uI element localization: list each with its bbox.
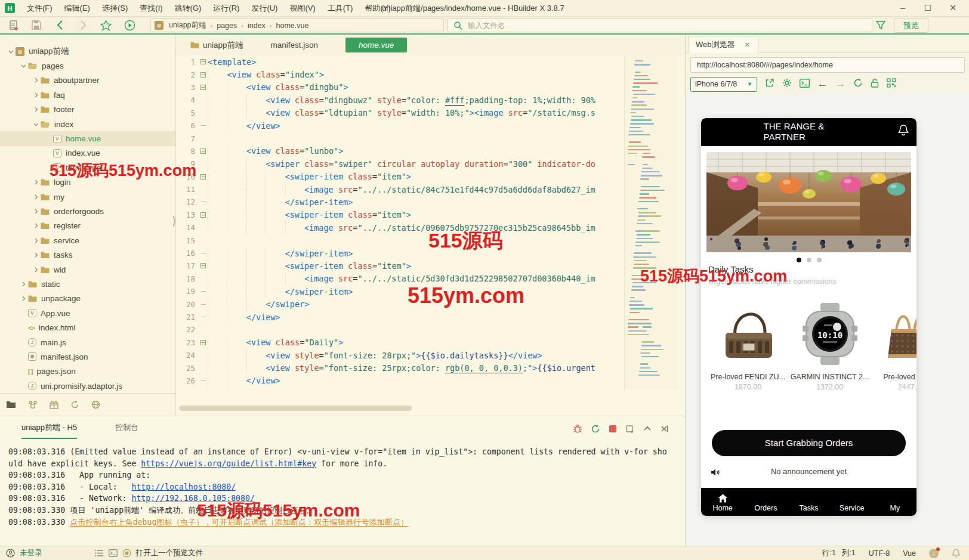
tree-item-home.vue[interactable]: Vhome.vue	[0, 131, 176, 146]
app-tab-my[interactable]: My	[874, 488, 916, 516]
menu-item[interactable]: 发行(U)	[245, 0, 283, 17]
maximize-button[interactable]: ☐	[915, 0, 940, 17]
tree-item-static[interactable]: static	[0, 277, 176, 291]
horizontal-scrollbar[interactable]	[179, 406, 412, 411]
tree-item-servlce[interactable]: servlce	[0, 233, 176, 247]
tab-web-browser[interactable]: Web浏览器 ✕	[688, 36, 758, 53]
notifications-bell-icon[interactable]	[897, 124, 909, 140]
refresh-icon[interactable]	[70, 400, 79, 409]
sidebar-splitter-handle[interactable]: ⟩	[172, 214, 176, 228]
cursor-col[interactable]: 列:1	[842, 548, 856, 558]
product-card[interactable]: Pre-loved FENDI ZU...1970.00	[707, 299, 789, 391]
editor-tab-uniapp前端[interactable]: uniapp前端	[190, 40, 243, 51]
menu-item[interactable]: 文件(F)	[21, 0, 58, 17]
minimize-button[interactable]: –	[890, 0, 915, 17]
console-link[interactable]: http://localhost:8080/	[131, 482, 236, 491]
device-selector[interactable]: iPhone 6/7/8 ▼	[690, 77, 757, 92]
tree-item-uniapp前端[interactable]: uuniapp前端	[0, 44, 176, 58]
tree-item-uni.promisify.adaptor.js[interactable]: Juni.promisify.adaptor.js	[0, 379, 176, 393]
back-icon[interactable]	[55, 20, 66, 31]
preview-file-icon[interactable]	[122, 549, 131, 558]
tree-item-pages[interactable]: pages	[0, 58, 176, 73]
editor-tab-home.vue[interactable]: home.vue	[345, 38, 407, 52]
carousel-dot[interactable]	[807, 258, 811, 262]
tree-item-main.js[interactable]: Jmain.js	[0, 335, 176, 349]
preview-button[interactable]: 预览	[894, 18, 928, 33]
carousel-dots[interactable]	[701, 258, 916, 262]
minimap[interactable]	[624, 55, 678, 389]
terminal-icon[interactable]	[109, 549, 118, 557]
new-file-icon[interactable]	[8, 20, 20, 31]
cursor-line[interactable]: 行:1	[822, 548, 836, 558]
console-link[interactable]: https://vuejs.org/guide/list.html#key	[141, 459, 316, 468]
breadcrumb-item[interactable]: uniapp前端	[168, 20, 208, 30]
console-window-icon[interactable]	[800, 79, 810, 90]
open-external-icon[interactable]	[765, 78, 774, 90]
url-input[interactable]	[691, 58, 964, 72]
breadcrumb-item[interactable]: index	[246, 21, 267, 30]
carousel[interactable]	[706, 152, 911, 252]
app-tab-service[interactable]: Service	[831, 488, 874, 516]
product-card[interactable]: Pre-loved LOUIS2447.00	[871, 299, 916, 391]
tree-item-wid[interactable]: wid	[0, 262, 176, 277]
outline-list-icon[interactable]	[95, 549, 104, 557]
product-card[interactable]: 10:10GARMIN INSTINCT 2...1372.00	[789, 299, 871, 391]
tree-item-App.vue[interactable]: VApp.vue	[0, 306, 176, 320]
login-status[interactable]: 未登录	[20, 548, 42, 558]
menu-item[interactable]: 工具(T)	[322, 0, 359, 17]
tree-item-index.html[interactable]: <>index.html	[0, 320, 176, 335]
nav-back-icon[interactable]: ←	[817, 78, 828, 90]
close-browser-tab-icon[interactable]: ✕	[745, 41, 751, 49]
pets-icon[interactable]	[28, 400, 38, 409]
save-icon[interactable]	[31, 20, 42, 31]
collapse-panel-icon[interactable]	[643, 425, 652, 435]
forward-icon[interactable]	[78, 20, 89, 31]
tree-item-my[interactable]: my	[0, 190, 176, 204]
run-icon[interactable]	[124, 20, 135, 31]
url-bar[interactable]	[690, 57, 965, 73]
app-tab-orders[interactable]: Orders	[744, 488, 787, 516]
open-prev-preview[interactable]: 打开上一个预览文件	[136, 548, 203, 558]
clear-console-icon[interactable]	[625, 424, 635, 436]
app-tab-tasks[interactable]: Tasks	[787, 488, 830, 516]
gift-icon[interactable]	[50, 400, 58, 409]
code-area[interactable]: 1–<template>2–<view class="index">3–<vie…	[176, 55, 624, 389]
tree-item-footer[interactable]: footer	[0, 103, 176, 117]
tree-item-terms.vue[interactable]: Vterms.vue	[0, 160, 176, 175]
menu-item[interactable]: 查找(I)	[134, 0, 168, 17]
folder-panel-icon[interactable]	[6, 400, 16, 409]
console-link[interactable]: http://192.168.0.105:8080/	[131, 494, 254, 503]
menu-item[interactable]: 选择(S)	[96, 0, 134, 17]
tree-item-tasks[interactable]: tasks	[0, 247, 176, 262]
nav-forward-icon[interactable]: →	[835, 78, 845, 90]
tree-item-register[interactable]: register	[0, 219, 176, 233]
search-input[interactable]	[468, 21, 826, 30]
tree-item-faq[interactable]: faq	[0, 88, 176, 102]
update-available-icon[interactable]: ↓	[929, 549, 939, 558]
carousel-dot[interactable]	[797, 258, 801, 262]
console-tab-control[interactable]: 控制台	[115, 422, 138, 439]
notification-bell-icon[interactable]	[952, 549, 961, 558]
tree-item-unpackage[interactable]: unpackage	[0, 292, 176, 306]
console-tab-h5[interactable]: uniapp前端 - H5	[21, 422, 77, 439]
editor-tab-manifest.json[interactable]: manifest.json	[271, 41, 319, 49]
menu-item[interactable]: 编辑(E)	[58, 0, 96, 17]
carousel-dot[interactable]	[817, 258, 822, 262]
menu-item[interactable]: 运行(R)	[207, 0, 245, 17]
filter-icon[interactable]	[876, 20, 887, 32]
debug-bug-icon[interactable]	[573, 424, 582, 436]
settings-gear-icon[interactable]	[782, 78, 792, 90]
file-search-box[interactable]	[448, 18, 872, 32]
account-icon[interactable]	[6, 549, 15, 558]
lock-icon[interactable]	[871, 78, 879, 90]
tree-item-pages.json[interactable]: [ ]pages.json	[0, 364, 176, 379]
close-panel-icon[interactable]	[660, 425, 668, 435]
menu-item[interactable]: 视图(V)	[283, 0, 321, 17]
breadcrumb-item[interactable]: pages	[215, 21, 238, 30]
restart-icon[interactable]	[591, 424, 600, 436]
stop-icon[interactable]	[609, 425, 617, 435]
qr-code-icon[interactable]	[887, 78, 896, 90]
language-mode[interactable]: Vue	[903, 549, 916, 558]
menu-item[interactable]: 跳转(G)	[169, 0, 208, 17]
globe-icon[interactable]	[91, 400, 100, 409]
